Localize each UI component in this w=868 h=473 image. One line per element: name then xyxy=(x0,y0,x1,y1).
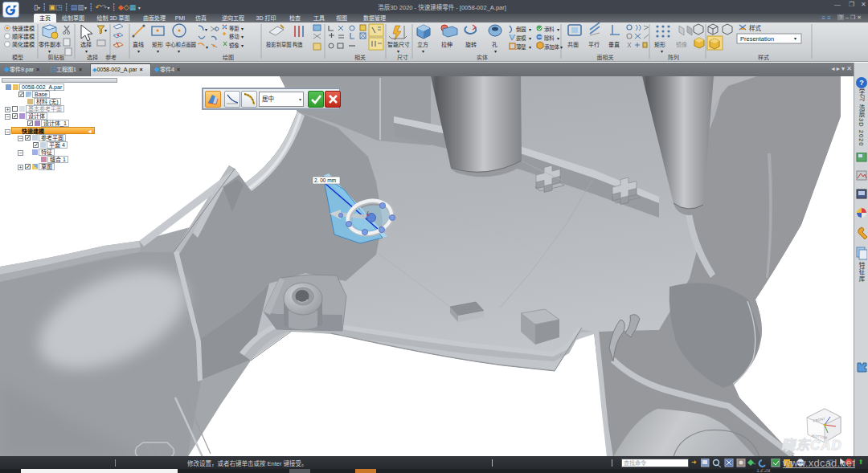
svg-text:模型: 模型 xyxy=(12,54,23,61)
svg-text:智能尺寸: 智能尺寸 xyxy=(387,41,410,48)
svg-text:选择: 选择 xyxy=(80,41,92,48)
svg-text:▾: ▾ xyxy=(85,49,88,54)
svg-text:▾: ▾ xyxy=(241,43,244,48)
svg-text:共面: 共面 xyxy=(567,41,579,48)
svg-text:▾: ▾ xyxy=(494,49,497,54)
svg-text:零件副本: 零件副本 xyxy=(39,41,61,48)
svg-text:▾: ▾ xyxy=(241,35,244,39)
svg-text:2. 00 mm: 2. 00 mm xyxy=(314,177,336,183)
svg-text:面相关: 面相关 xyxy=(597,54,614,61)
svg-text:▾: ▾ xyxy=(205,27,207,32)
svg-text:▾: ▾ xyxy=(557,36,559,41)
svg-text:阵列: 阵列 xyxy=(668,54,679,61)
svg-text:旋转: 旋转 xyxy=(465,41,477,48)
svg-text:快速建模: 快速建模 xyxy=(12,25,35,32)
svg-text:▾: ▾ xyxy=(104,28,107,33)
svg-text:除料: 除料 xyxy=(544,35,555,42)
svg-text:构造: 构造 xyxy=(293,41,303,48)
svg-text:矩形: 矩形 xyxy=(654,41,665,48)
svg-text:等距: 等距 xyxy=(229,25,240,31)
svg-text:▾: ▾ xyxy=(529,27,531,32)
svg-text:拔模: 拔模 xyxy=(516,35,526,42)
svg-text:▾: ▾ xyxy=(137,49,140,54)
svg-text:投影到草图: 投影到草图 xyxy=(266,41,291,48)
svg-text:倒圆: 倒圆 xyxy=(516,26,526,33)
svg-text:▾: ▾ xyxy=(794,36,796,41)
svg-text:薄壁: 薄壁 xyxy=(516,43,526,51)
svg-text:▾: ▾ xyxy=(557,27,559,32)
svg-text:▾: ▾ xyxy=(529,36,531,41)
svg-text:▾: ▾ xyxy=(206,45,208,50)
svg-text:孔: 孔 xyxy=(492,42,497,48)
svg-text:Presentation: Presentation xyxy=(740,35,774,43)
svg-text:▾: ▾ xyxy=(241,27,244,31)
svg-text:选择: 选择 xyxy=(87,54,98,61)
svg-text:▾: ▾ xyxy=(422,49,424,54)
svg-text:样式: 样式 xyxy=(749,24,761,32)
svg-text:矩形: 矩形 xyxy=(152,41,163,48)
svg-text:中心和点画圆: 中心和点画圆 xyxy=(166,41,196,48)
svg-text:▾: ▾ xyxy=(529,45,531,50)
svg-text:镜像: 镜像 xyxy=(229,42,240,49)
svg-text:▾: ▾ xyxy=(178,49,180,54)
svg-text:平行: 平行 xyxy=(588,41,600,48)
svg-text:简化建模: 简化建模 xyxy=(12,41,35,48)
svg-text:参考: 参考 xyxy=(105,54,117,61)
svg-text:直线: 直线 xyxy=(133,41,144,47)
svg-text:▾: ▾ xyxy=(397,49,399,54)
svg-text:实体: 实体 xyxy=(477,54,488,61)
svg-text:绘图: 绘图 xyxy=(223,54,234,61)
svg-text:添加体: 添加体 xyxy=(544,43,560,51)
svg-text:垂直: 垂直 xyxy=(608,41,620,47)
svg-text:移动: 移动 xyxy=(229,33,240,40)
svg-text:顺序建模: 顺序建模 xyxy=(12,33,35,40)
svg-text:拉伸: 拉伸 xyxy=(441,41,452,48)
svg-text:相关: 相关 xyxy=(354,54,366,61)
svg-text:▾: ▾ xyxy=(661,49,663,54)
svg-text:▾: ▾ xyxy=(48,49,51,54)
svg-text:样式: 样式 xyxy=(758,54,769,61)
svg-text:立方: 立方 xyxy=(417,41,428,48)
svg-text:镜像: 镜像 xyxy=(676,41,687,48)
svg-text:添料: 添料 xyxy=(544,26,555,33)
svg-text:▾: ▾ xyxy=(560,45,563,50)
svg-text:尺寸: 尺寸 xyxy=(397,54,408,61)
svg-text:剪贴板: 剪贴板 xyxy=(48,54,65,61)
svg-text:▾: ▾ xyxy=(157,49,159,54)
